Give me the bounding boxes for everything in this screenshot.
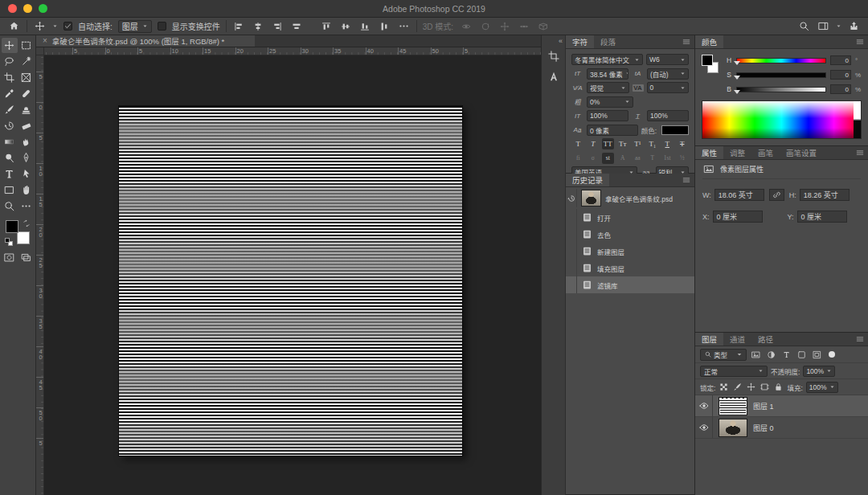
ligatures-button[interactable]: fi (572, 153, 584, 164)
ruler-corner[interactable] (36, 47, 44, 55)
align-middle-button[interactable] (339, 19, 353, 33)
panel-menu-icon[interactable] (678, 174, 694, 186)
tab-properties[interactable]: 属性 (695, 146, 723, 159)
screen-mode-button[interactable] (21, 252, 31, 263)
horizontal-ruler[interactable]: 5051015202530354045505 (44, 47, 541, 55)
brightness-slider[interactable] (736, 87, 826, 92)
y-field[interactable]: 0 厘米 (797, 211, 847, 223)
align-right-button[interactable] (271, 19, 285, 33)
more-align-options-icon[interactable] (397, 19, 411, 33)
3d-orbit-button[interactable] (459, 19, 473, 33)
grayscale-ramp[interactable] (854, 101, 861, 138)
tab-character[interactable]: 字符 (566, 35, 594, 48)
height-field[interactable]: 18.26 英寸 (800, 189, 850, 201)
layer-visibility-toggle[interactable] (695, 417, 713, 438)
eyedropper-tool[interactable] (2, 86, 18, 101)
maximize-window-button[interactable] (39, 4, 47, 13)
filter-type-layers-button[interactable] (780, 349, 792, 361)
share-icon[interactable] (847, 19, 861, 33)
fill-select[interactable]: 100% (806, 382, 838, 393)
history-item[interactable]: 打开 (566, 209, 694, 226)
move-tool[interactable] (2, 38, 18, 53)
dodge-tool[interactable] (2, 150, 18, 166)
auto-select-checkbox[interactable] (63, 22, 72, 31)
collapsed-glyphs-panel-icon[interactable] (545, 68, 563, 84)
standard-ligatures-button[interactable]: st (602, 153, 614, 164)
zoom-tool[interactable] (2, 198, 18, 214)
document-canvas-image[interactable] (119, 106, 462, 456)
distribute-v-button[interactable] (378, 19, 391, 33)
x-field[interactable]: 0 厘米 (713, 211, 763, 223)
history-brush-tool[interactable] (2, 118, 18, 133)
tracking-select[interactable]: 0 (647, 82, 690, 93)
tool-preset-chevron-icon[interactable] (52, 23, 58, 29)
layer-thumbnail[interactable] (719, 397, 747, 415)
foreground-color-swatch[interactable] (6, 220, 18, 233)
superscript-button[interactable]: T¹ (632, 138, 644, 149)
hue-value-field[interactable]: 0 (830, 55, 851, 65)
baseline-shift-field[interactable]: 0 像素 (587, 125, 638, 136)
saturation-value-field[interactable]: 0 (830, 70, 851, 80)
history-source-well[interactable] (566, 243, 577, 260)
font-size-select[interactable]: 38.54 像素 (587, 68, 628, 80)
brightness-value-field[interactable]: 0 (830, 84, 851, 94)
history-source-well[interactable] (566, 260, 577, 276)
history-source-well[interactable] (566, 226, 577, 243)
filter-adjustment-layers-button[interactable] (765, 349, 777, 361)
minimize-window-button[interactable] (23, 4, 32, 13)
crop-tool[interactable] (2, 70, 18, 85)
swash-button[interactable]: A (617, 153, 629, 164)
link-dimensions-button[interactable] (769, 189, 784, 201)
contextual-alternates-button[interactable]: σ (588, 153, 600, 164)
faux-italic-button[interactable]: T (588, 138, 600, 149)
lock-transparent-pixels-button[interactable] (719, 382, 729, 392)
marquee-tool[interactable] (18, 38, 35, 53)
tab-brushes[interactable]: 画笔 (751, 146, 780, 159)
align-center-h-button[interactable] (252, 19, 265, 33)
panel-menu-icon[interactable] (678, 35, 694, 48)
layer-name[interactable]: 图层 0 (753, 423, 774, 433)
history-item[interactable]: 填充图层 (566, 260, 694, 276)
foreground-color-swatch[interactable] (702, 55, 713, 66)
vertical-ruler[interactable]: 5051015202530354045505 (36, 55, 44, 495)
3d-scale-button[interactable] (536, 19, 550, 33)
filter-smart-objects-button[interactable] (811, 349, 823, 361)
expand-panels-icon[interactable]: « (559, 38, 563, 44)
slider-thumb[interactable] (734, 76, 740, 83)
filter-pixel-layers-button[interactable] (750, 349, 762, 361)
lock-all-button[interactable] (773, 382, 784, 392)
panel-menu-icon[interactable] (852, 333, 868, 346)
align-left-button[interactable] (232, 19, 246, 33)
current-tool-move-icon[interactable] (33, 19, 47, 33)
canvas-pasteboard[interactable] (44, 55, 541, 495)
blend-mode-select[interactable]: 正常 (700, 366, 768, 377)
saturation-slider[interactable] (736, 72, 826, 78)
panel-menu-icon[interactable] (852, 35, 868, 48)
workspace-switcher-icon[interactable] (817, 19, 830, 33)
tab-paths[interactable]: 路径 (751, 333, 780, 346)
background-color-swatch[interactable] (17, 231, 30, 244)
quick-mask-button[interactable] (4, 252, 14, 263)
magic-wand-tool[interactable] (18, 54, 35, 69)
tab-color[interactable]: 颜色 (695, 35, 723, 48)
default-colors-icon[interactable] (5, 238, 13, 246)
collapsed-crop-panel-icon[interactable] (545, 48, 563, 64)
color-spectrum-ramp[interactable] (702, 100, 862, 139)
leading-select[interactable]: (自动) (647, 68, 689, 80)
clone-stamp-tool[interactable] (18, 102, 35, 117)
search-icon[interactable] (797, 19, 811, 33)
auto-select-target-select[interactable]: 图层 (118, 20, 152, 33)
layer-row-0[interactable]: 图层 0 (695, 417, 868, 439)
layer-filter-toggle[interactable] (829, 351, 835, 358)
tab-paragraph[interactable]: 段落 (594, 35, 622, 48)
healing-brush-tool[interactable] (18, 86, 35, 101)
horizontal-scale-field[interactable]: 100% (647, 110, 689, 121)
align-top-button[interactable] (320, 19, 334, 33)
document-tab[interactable]: × 拿破仑半色调条纹.psd @ 100% (图层 1, RGB/8#) * (36, 35, 255, 47)
show-transform-checkbox[interactable] (158, 22, 166, 31)
layer-name[interactable]: 图层 1 (753, 401, 774, 411)
faux-bold-button[interactable]: T (572, 138, 584, 149)
close-window-button[interactable] (8, 4, 17, 13)
tab-channels[interactable]: 通道 (723, 333, 751, 346)
font-family-select[interactable]: 冬青黑体简体中文 (571, 54, 643, 65)
